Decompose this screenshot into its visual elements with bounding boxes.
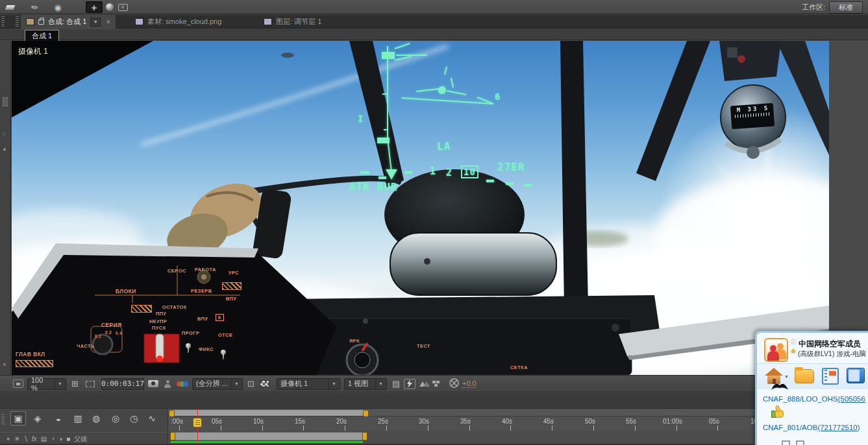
target-region-icon[interactable]: ⊡ xyxy=(247,379,254,389)
composition-viewport[interactable]: I 6 LA 1 2 10 27ER ATK BUR СБРОС РАБОТА … xyxy=(12,41,829,375)
ruler-label: 35s xyxy=(460,418,471,425)
snapshot-camera-icon[interactable] xyxy=(148,380,158,387)
panel-label-rezerv: РЕЗЕРВ xyxy=(191,288,212,294)
lock-icon[interactable] xyxy=(38,19,44,25)
panel-icon xyxy=(264,18,272,25)
work-area-start-handle[interactable] xyxy=(170,432,175,440)
draft-3d-icon[interactable]: ◈ xyxy=(30,411,45,426)
reset-exposure-icon[interactable] xyxy=(449,378,459,389)
graph-editor-icon[interactable]: ∿ xyxy=(144,411,160,426)
flowchart-mini-icon[interactable]: ⁙ xyxy=(2,132,6,138)
view-layout-dropdown[interactable]: 1 视图 ▼ xyxy=(344,378,387,390)
after-effects-window: ✎ ◉ + × 工作区: 标准 合成: 合成 1 ▼ × xyxy=(0,0,868,445)
auto-keyframe-icon[interactable]: ◷ xyxy=(126,411,142,426)
ruler-label: 45s xyxy=(543,418,554,425)
current-time-indicator-head[interactable] xyxy=(193,418,202,427)
channel-rgb-icon[interactable] xyxy=(177,381,188,387)
chat-window-body: ♔ ★ 中国网络空军成员 (高级群LV1) 游戏-电脑 ▼ CNAF_888/L… xyxy=(757,333,868,445)
magnification-dropdown[interactable]: 100 % ▼ xyxy=(27,378,66,390)
roto-brush-icon: ✎ xyxy=(29,2,40,13)
collapse-up-icon[interactable]: ▲ xyxy=(2,146,7,152)
roto-brush-tool-button[interactable]: ✎ xyxy=(26,1,43,13)
workspace-dropdown[interactable]: 标准 xyxy=(829,1,863,14)
panel-grip[interactable] xyxy=(1,414,5,424)
unified-camera-tool-button[interactable]: + xyxy=(86,1,103,13)
panel-label-chast: ЧАСТЬ xyxy=(77,343,95,349)
home-dropdown-arrow[interactable]: ▼ xyxy=(784,374,789,379)
hud-heading-digit: 6 xyxy=(495,91,501,102)
comp-mini-flowchart-icon[interactable]: ▣ xyxy=(10,411,26,426)
navigator-thumb[interactable] xyxy=(169,410,368,416)
tab-footage[interactable]: 素材: smoke_cloud.png xyxy=(130,15,227,29)
timecode-value: 0:00:03:17 xyxy=(101,379,144,388)
solo-sun-icon[interactable]: ☀ xyxy=(14,435,20,442)
tab-close-icon[interactable]: × xyxy=(106,18,110,27)
frame-blend-icon[interactable]: ▥ xyxy=(70,411,86,426)
panel-hatch-mark xyxy=(16,360,53,367)
workspace-label: 工作区: xyxy=(802,3,825,12)
pixel-aspect-icon[interactable] xyxy=(419,380,430,388)
hud-la-label: LA xyxy=(437,140,451,152)
ruler-label: 50s xyxy=(585,418,595,425)
region-of-interest-icon[interactable] xyxy=(86,381,95,387)
film-icon[interactable]: ▤ xyxy=(41,435,47,442)
exposure-value-field[interactable]: +0.0 xyxy=(462,379,477,388)
panel-grip[interactable] xyxy=(16,16,19,27)
stroke-icon[interactable]: ∖ xyxy=(24,435,28,442)
show-snapshot-icon[interactable] xyxy=(164,380,171,388)
hud-left-marker: I xyxy=(358,114,364,124)
eraser-tool-button[interactable] xyxy=(1,1,18,13)
panel-label-glav-vkl: ГЛАВ ВКЛ xyxy=(16,351,45,357)
transparency-grid-icon[interactable] xyxy=(260,380,269,387)
hud-dash xyxy=(360,171,369,174)
panel-label-otse: ОТСЕ xyxy=(218,332,232,338)
work-area-end-handle[interactable] xyxy=(362,432,367,440)
brainstorm-icon[interactable]: ◎ xyxy=(108,411,123,426)
timeline-toggle-icon[interactable]: ▤ xyxy=(392,379,400,389)
work-area-bar[interactable] xyxy=(171,432,367,440)
track-camera-tool-button[interactable]: × xyxy=(114,1,131,13)
ruler-label: 05s xyxy=(709,418,719,425)
fx-icon[interactable]: fx xyxy=(32,435,37,442)
panel-label-neupr: НЕУПР xyxy=(149,319,167,324)
collapsed-panel-button[interactable] xyxy=(1,96,9,108)
collapse-down-icon[interactable]: ▼ xyxy=(2,362,7,368)
panel-grip[interactable] xyxy=(1,16,5,27)
tab-layer[interactable]: 图层: 调节层 1 xyxy=(258,15,327,29)
panel-label-seriya: СЕРИЯ xyxy=(101,322,122,328)
hide-shy-layers-icon[interactable]: ◒ xyxy=(51,411,66,426)
track-camera-icon: × xyxy=(118,4,128,11)
unified-camera-icon: + xyxy=(92,3,97,12)
folder-icon[interactable] xyxy=(795,369,814,383)
chat-window[interactable]: ♔ ★ 中国网络空军成员 (高级群LV1) 游戏-电脑 ▼ CNAF_888/L… xyxy=(755,331,868,445)
panel-label-urs: УРС xyxy=(229,270,239,276)
collapsed-panel-strip: ⁙ ▲ ▼ xyxy=(0,41,11,375)
chevron-down-icon: ▼ xyxy=(329,379,336,389)
quality-icon[interactable]: ◔ xyxy=(51,435,55,442)
puppet-pin-tool-button[interactable]: ◉ xyxy=(49,1,66,13)
safe-margins-icon[interactable]: ⊞ xyxy=(71,379,79,389)
resolution-dropdown[interactable]: (全分辨 ... ▼ xyxy=(192,378,243,390)
puppet-pin-icon: ◉ xyxy=(54,3,61,12)
album-icon[interactable] xyxy=(822,368,839,385)
rendered-frames-bar xyxy=(171,441,363,443)
mini-view-icon[interactable] xyxy=(13,379,23,388)
cube-3d-icon[interactable]: ■ xyxy=(66,435,70,442)
chat-message-link[interactable]: CNAF_888/LOO_OHS(505056 xyxy=(763,395,865,403)
resolution-value: (全分辨 ... xyxy=(196,379,228,389)
fast-preview-icon[interactable] xyxy=(404,379,415,389)
chat-message-link[interactable]: CNAF_801/AOB(721772510) xyxy=(763,424,860,431)
motion-blur-icon[interactable]: ◍ xyxy=(88,411,104,426)
group-avatar[interactable] xyxy=(764,338,788,362)
star-badge-icon: ★ xyxy=(790,347,797,355)
tab-composition[interactable]: 合成: 合成 1 ▼ × xyxy=(21,15,116,29)
screen-share-icon[interactable] xyxy=(847,368,865,383)
timecode-field[interactable]: 0:00:03:17 xyxy=(101,378,144,390)
tab-menu-dropdown[interactable]: ▼ xyxy=(90,18,101,27)
mini-flowchart-icon[interactable] xyxy=(432,381,441,387)
active-camera-dropdown[interactable]: 摄像机 1 ▼ xyxy=(277,378,340,390)
top-toolbar: ✎ ◉ + × 工作区: 标准 xyxy=(0,0,868,14)
anchor-pin-icon[interactable]: ⌖ xyxy=(6,435,10,443)
blend-mode-icon[interactable]: ◑ xyxy=(58,435,62,442)
partial-icon xyxy=(782,440,790,445)
